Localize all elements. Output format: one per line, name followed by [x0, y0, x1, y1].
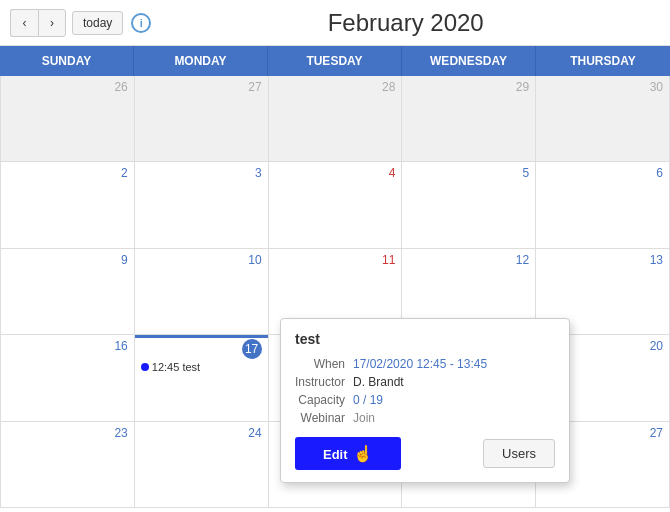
- table-row: 30: [536, 76, 670, 162]
- edit-button[interactable]: Edit ☝: [295, 437, 401, 470]
- today-cell: 17 12:45 test: [135, 335, 269, 421]
- table-row: 23: [1, 422, 135, 508]
- day-headers: SUNDAY MONDAY TUESDAY WEDNESDAY THURSDAY: [0, 46, 670, 76]
- when-value: 17/02/2020 12:45 - 13:45: [353, 357, 555, 371]
- calendar-header: ‹ › today i February 2020: [0, 0, 670, 46]
- table-row: 26: [1, 76, 135, 162]
- table-row: 2: [1, 162, 135, 248]
- table-row: 24: [135, 422, 269, 508]
- users-button[interactable]: Users: [483, 439, 555, 468]
- cursor-icon: ☝: [353, 444, 373, 463]
- info-icon[interactable]: i: [131, 13, 151, 33]
- popup-buttons: Edit ☝ Users: [295, 437, 555, 470]
- prev-button[interactable]: ‹: [10, 9, 38, 37]
- table-row: 16: [1, 335, 135, 421]
- calendar-title: February 2020: [151, 9, 660, 37]
- wednesday-header: WEDNESDAY: [402, 46, 536, 76]
- tuesday-header: TUESDAY: [268, 46, 402, 76]
- capacity-label: Capacity: [295, 393, 345, 407]
- today-button[interactable]: today: [72, 11, 123, 35]
- instructor-label: Instructor: [295, 375, 345, 389]
- today-bar: [135, 335, 268, 338]
- next-button[interactable]: ›: [38, 9, 66, 37]
- table-row: 6: [536, 162, 670, 248]
- when-label: When: [295, 357, 345, 371]
- thursday-header: THURSDAY: [536, 46, 670, 76]
- monday-header: MONDAY: [134, 46, 268, 76]
- table-row: 27: [135, 76, 269, 162]
- table-row: 28: [269, 76, 403, 162]
- event-label: 12:45 test: [152, 361, 200, 373]
- instructor-value: D. Brandt: [353, 375, 555, 389]
- table-row: 29: [402, 76, 536, 162]
- popup-title: test: [295, 331, 555, 347]
- popup-fields: When 17/02/2020 12:45 - 13:45 Instructor…: [295, 357, 555, 425]
- webinar-label: Webinar: [295, 411, 345, 425]
- capacity-value: 0 / 19: [353, 393, 555, 407]
- event-item[interactable]: 12:45 test: [141, 361, 262, 373]
- event-popup: test When 17/02/2020 12:45 - 13:45 Instr…: [280, 318, 570, 483]
- table-row: 3: [135, 162, 269, 248]
- table-row: 9: [1, 249, 135, 335]
- sunday-header: SUNDAY: [0, 46, 134, 76]
- webinar-value[interactable]: Join: [353, 411, 555, 425]
- table-row: 4: [269, 162, 403, 248]
- table-row: 5: [402, 162, 536, 248]
- table-row: 10: [135, 249, 269, 335]
- event-dot: [141, 363, 149, 371]
